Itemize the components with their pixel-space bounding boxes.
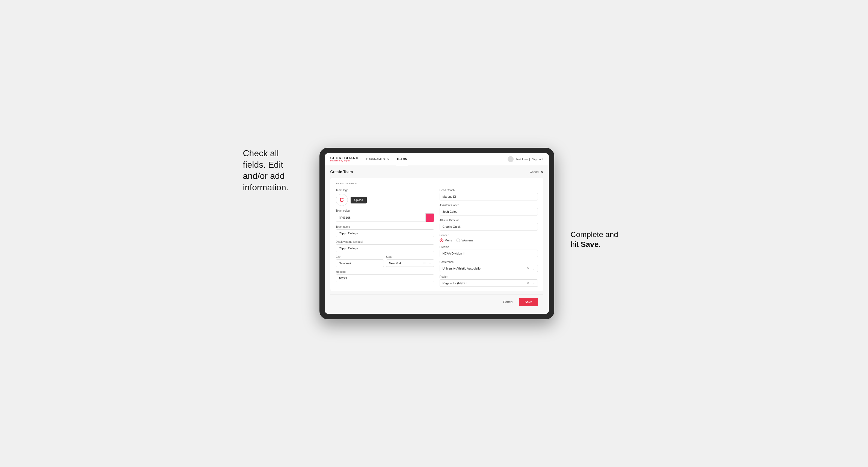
gender-field: Gender Mens Womens: [440, 234, 538, 242]
city-state-row: City State New York ✕ ⌄: [336, 255, 434, 267]
division-label: Division: [440, 246, 538, 249]
team-name-label: Team name: [336, 225, 434, 228]
gender-mens-option[interactable]: Mens: [440, 239, 452, 242]
gender-mens-radio[interactable]: [440, 239, 443, 242]
state-select[interactable]: New York ✕ ⌄: [386, 259, 434, 267]
athletic-director-input[interactable]: [440, 223, 538, 230]
division-select-wrapper: NCAA Division III ⌄: [440, 250, 538, 257]
conference-label: Conference: [440, 260, 538, 263]
city-input[interactable]: [336, 259, 384, 267]
division-select[interactable]: NCAA Division III: [440, 250, 538, 257]
nav-bar: SCOREBOARD Powered by clippi TOURNAMENTS…: [325, 153, 549, 165]
team-name-field: Team name: [336, 225, 434, 237]
gender-womens-option[interactable]: Womens: [456, 239, 473, 242]
section-label: TEAM DETAILS: [336, 182, 538, 185]
tablet-frame: SCOREBOARD Powered by clippi TOURNAMENTS…: [319, 148, 554, 319]
instructions-left: Check all fields. Edit and/or add inform…: [243, 148, 303, 193]
head-coach-field: Head Coach: [440, 189, 538, 200]
logo-circle: C: [336, 194, 348, 206]
region-clear-icon[interactable]: ✕: [527, 281, 529, 285]
instructions-right-text: Complete and hit Save.: [571, 230, 625, 250]
form-card: TEAM DETAILS Team logo C: [330, 178, 544, 291]
conference-chevron-icon: ⌄: [533, 267, 535, 270]
tab-tournaments[interactable]: TOURNAMENTS: [365, 153, 390, 165]
form-left: Team logo C Upload Team colo: [336, 189, 434, 282]
nav-user-area: Test User | Sign out: [507, 156, 544, 162]
upload-button[interactable]: Upload: [350, 197, 367, 204]
state-label: State: [386, 255, 434, 258]
instructions-right: Complete and hit Save.: [571, 230, 625, 250]
form-grid: Team logo C Upload Team colo: [336, 189, 538, 287]
display-name-input[interactable]: [336, 244, 434, 252]
city-state-field: City State New York ✕ ⌄: [336, 255, 434, 267]
zip-field: Zip code: [336, 270, 434, 282]
instructions-left-text: Check all fields. Edit and/or add inform…: [243, 148, 303, 193]
state-chevron-icon: ⌄: [429, 261, 431, 264]
team-logo-field: Team logo C Upload: [336, 189, 434, 206]
assistant-coach-field: Assistant Coach: [440, 204, 538, 216]
zip-input[interactable]: [336, 275, 434, 282]
region-field: Region Region II - (M) DIII ✕ ⌄: [440, 275, 538, 287]
region-label: Region: [440, 275, 538, 278]
state-clear-icon[interactable]: ✕: [423, 261, 426, 265]
region-chevron-icon: ⌄: [533, 282, 535, 285]
head-coach-input[interactable]: [440, 193, 538, 200]
cancel-button[interactable]: Cancel: [500, 298, 516, 306]
team-colour-input[interactable]: [336, 214, 425, 221]
page-title: Create Team: [330, 169, 353, 174]
head-coach-label: Head Coach: [440, 189, 538, 192]
color-swatch[interactable]: [425, 213, 434, 222]
nav-tabs: TOURNAMENTS TEAMS: [365, 153, 407, 165]
team-logo-label: Team logo: [336, 189, 434, 192]
state-field: State New York ✕ ⌄: [386, 255, 434, 267]
athletic-director-label: Athletic Director: [440, 219, 538, 222]
main-content: Create Team Cancel ✕ TEAM DETAILS: [325, 165, 549, 314]
zip-label: Zip code: [336, 270, 434, 273]
city-field: City: [336, 255, 384, 267]
team-colour-label: Team colour: [336, 209, 434, 212]
gender-womens-radio[interactable]: [456, 239, 460, 242]
save-button[interactable]: Save: [519, 298, 538, 306]
page-title-bar: Create Team Cancel ✕: [330, 169, 544, 174]
close-icon[interactable]: ✕: [540, 170, 544, 174]
gender-radio-group: Mens Womens: [440, 239, 538, 242]
gender-womens-label: Womens: [461, 239, 473, 242]
logo-upload-area: C Upload: [336, 194, 434, 206]
sign-out-link[interactable]: Sign out: [532, 158, 543, 161]
display-name-label: Display name (unique): [336, 240, 434, 243]
assistant-coach-label: Assistant Coach: [440, 204, 538, 207]
avatar: [507, 156, 514, 162]
form-footer: Cancel Save: [330, 294, 544, 309]
cancel-top-button[interactable]: Cancel ✕: [530, 170, 543, 174]
conference-select[interactable]: University Athletic Association ✕ ⌄: [440, 264, 538, 272]
nav-username: Test User |: [516, 158, 530, 161]
city-label: City: [336, 255, 384, 258]
gender-mens-label: Mens: [445, 239, 452, 242]
conference-field: Conference University Athletic Associati…: [440, 260, 538, 272]
nav-logo: SCOREBOARD Powered by clippi: [330, 156, 359, 162]
athletic-director-field: Athletic Director: [440, 219, 538, 230]
display-name-field: Display name (unique): [336, 240, 434, 252]
team-name-input[interactable]: [336, 229, 434, 237]
conference-clear-icon[interactable]: ✕: [527, 267, 529, 270]
form-right: Head Coach Assistant Coach Athletic Dire…: [440, 189, 538, 287]
assistant-coach-input[interactable]: [440, 208, 538, 216]
division-field: Division NCAA Division III ⌄: [440, 246, 538, 257]
tab-teams[interactable]: TEAMS: [396, 153, 408, 165]
team-colour-field: Team colour: [336, 209, 434, 222]
gender-label: Gender: [440, 234, 538, 237]
color-input-row: [336, 213, 434, 222]
tablet-screen: SCOREBOARD Powered by clippi TOURNAMENTS…: [325, 153, 549, 314]
region-select[interactable]: Region II - (M) DIII ✕ ⌄: [440, 279, 538, 287]
